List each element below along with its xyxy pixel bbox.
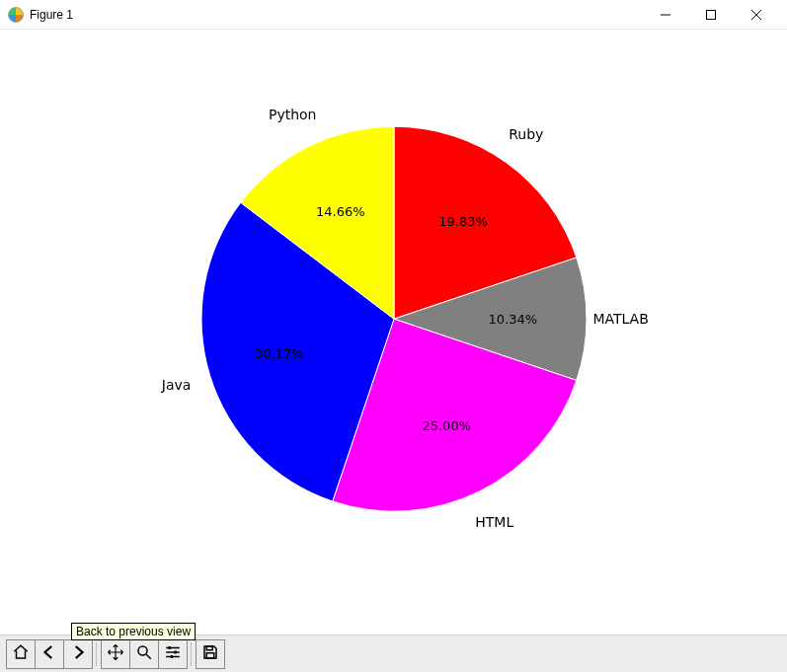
zoom-icon: [135, 643, 153, 665]
pie-pct-label: 10.34%: [489, 311, 538, 326]
svg-line-5: [146, 654, 151, 659]
arrow-right-icon: [69, 643, 87, 665]
pie-category-label: HTML: [475, 514, 513, 530]
sliders-icon: [164, 643, 182, 665]
home-icon: [12, 643, 30, 665]
pie-pct-label: 14.66%: [316, 204, 365, 219]
toolbar-separator: [96, 642, 97, 666]
svg-rect-13: [206, 652, 214, 657]
svg-rect-11: [171, 655, 173, 658]
back-button[interactable]: [35, 639, 64, 669]
close-button[interactable]: [734, 0, 779, 30]
svg-rect-10: [175, 650, 177, 653]
pie-category-label: Java: [162, 377, 192, 393]
move-icon: [107, 643, 124, 665]
pie-category-label: MATLAB: [592, 311, 648, 327]
tooltip: Back to previous view: [71, 623, 196, 640]
pan-button[interactable]: [101, 639, 130, 669]
chart-canvas: 19.83%Ruby10.34%MATLAB25.00%HTML30.17%Ja…: [0, 30, 787, 635]
svg-rect-9: [169, 646, 171, 649]
zoom-button[interactable]: [129, 639, 159, 669]
save-icon: [201, 643, 219, 665]
arrow-left-icon: [40, 643, 58, 665]
toolbar-separator: [191, 642, 192, 666]
forward-button[interactable]: [63, 639, 93, 669]
pie-pct-label: 25.00%: [422, 417, 471, 432]
pie-category-label: Python: [269, 108, 317, 123]
save-button[interactable]: [196, 639, 225, 669]
app-icon: [8, 7, 24, 23]
home-button[interactable]: [6, 639, 36, 669]
tooltip-text: Back to previous view: [76, 625, 191, 638]
svg-point-4: [138, 646, 147, 655]
pie-pct-label: 30.17%: [255, 346, 304, 361]
subplots-button[interactable]: [158, 639, 188, 669]
pie-chart: 19.83%Ruby10.34%MATLAB25.00%HTML30.17%Ja…: [53, 0, 735, 659]
svg-rect-12: [206, 646, 212, 650]
pie-category-label: Ruby: [509, 126, 543, 142]
pie-pct-label: 19.83%: [438, 214, 488, 229]
